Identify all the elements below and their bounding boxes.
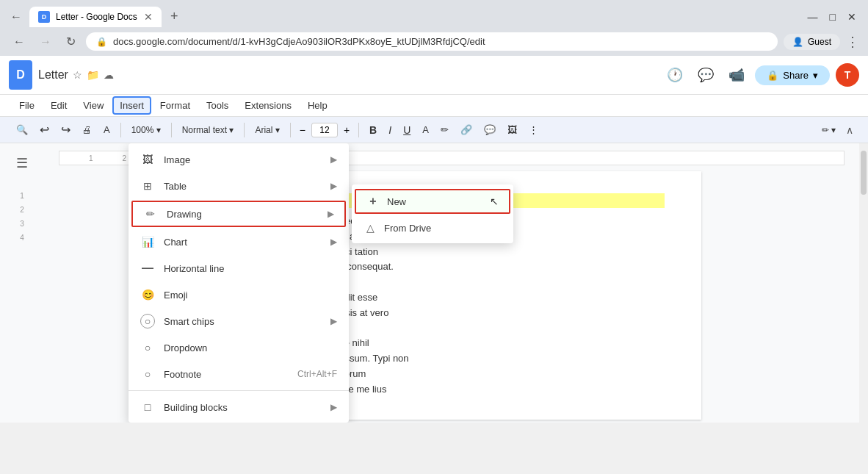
- minimize-button[interactable]: —: [808, 11, 818, 23]
- drawing-submenu: + New ↖ △ From Drive: [352, 184, 513, 243]
- normal-text-button[interactable]: Normal text ▾: [178, 122, 239, 138]
- share-lock-icon: 🔒: [767, 70, 778, 81]
- back-nav-button[interactable]: ←: [9, 32, 29, 51]
- star-icon[interactable]: ☆: [73, 69, 82, 81]
- menu-item-footnote[interactable]: ○ Footnote Ctrl+Alt+F: [129, 361, 349, 387]
- maximize-button[interactable]: □: [830, 11, 836, 23]
- cloud-icon[interactable]: ☁: [104, 69, 114, 81]
- smart-chips-icon: ○: [140, 314, 155, 328]
- profile-label: Guest: [808, 37, 831, 47]
- font-size-input[interactable]: [311, 123, 338, 137]
- image-icon: 🖼: [140, 152, 155, 167]
- font-size-increase[interactable]: +: [341, 121, 352, 139]
- menu-item-edit[interactable]: Edit: [43, 96, 74, 115]
- menu-item-view[interactable]: View: [76, 96, 111, 115]
- menu-item-tools[interactable]: Tools: [199, 96, 236, 115]
- table-arrow-icon: ▶: [330, 181, 337, 191]
- menu-item-insert[interactable]: Insert: [112, 96, 151, 115]
- collapse-toolbar-button[interactable]: ∧: [843, 121, 856, 139]
- menu-item-horizontal-line[interactable]: — Horizontal line: [129, 255, 349, 281]
- edit-mode-button[interactable]: ✏ ▾: [817, 122, 840, 138]
- profile-button[interactable]: 👤 Guest: [784, 34, 840, 50]
- tab-favicon: D: [38, 11, 50, 23]
- underline-button[interactable]: U: [399, 121, 415, 139]
- italic-button[interactable]: I: [384, 121, 396, 139]
- print-button[interactable]: 🖨: [78, 121, 96, 138]
- scrollbar[interactable]: [859, 143, 868, 423]
- menu-item-dropdown[interactable]: ○ Dropdown: [129, 334, 349, 361]
- new-tab-button[interactable]: +: [164, 6, 184, 27]
- back-button[interactable]: ←: [6, 7, 26, 26]
- history-button[interactable]: 🕐: [662, 62, 687, 87]
- menu-item-image[interactable]: 🖼 Image ▶: [129, 146, 349, 173]
- menu-item-emoji[interactable]: 😊 Emoji: [129, 281, 349, 308]
- menu-item-extensions[interactable]: Extensions: [237, 96, 299, 115]
- bold-button[interactable]: B: [365, 121, 381, 139]
- redo-button[interactable]: ↪: [57, 120, 75, 140]
- toolbar-separator-2: [171, 123, 172, 137]
- active-tab[interactable]: D Letter - Google Docs ✕: [29, 7, 162, 27]
- chart-label: Chart: [164, 237, 330, 248]
- forward-nav-button[interactable]: →: [35, 32, 56, 51]
- doc-sidebar: ☰ 1 2 3 4: [0, 143, 44, 423]
- text-color-button[interactable]: A: [418, 121, 433, 138]
- drawing-arrow-icon: ▶: [328, 209, 334, 219]
- scrollbar-thumb[interactable]: [861, 151, 867, 195]
- search-tool-button[interactable]: 🔍: [12, 121, 32, 138]
- font-size-decrease[interactable]: −: [297, 121, 308, 139]
- zoom-button[interactable]: 100% ▾: [127, 122, 165, 138]
- outline-icon[interactable]: ☰: [16, 155, 28, 171]
- lock-icon: 🔒: [96, 37, 107, 47]
- docs-actions: 🕐 💬 📹 🔒 Share ▾ T: [662, 62, 859, 87]
- menu-divider-1: [129, 390, 349, 391]
- tab-close-icon[interactable]: ✕: [144, 11, 153, 23]
- building-blocks-icon: □: [140, 400, 155, 414]
- docs-header: D Letter ☆ 📁 ☁ 🕐 💬 📹 🔒 Share ▾ T: [0, 56, 868, 95]
- docs-title-area: Letter ☆ 📁 ☁: [38, 68, 657, 82]
- spellcheck-button[interactable]: A: [99, 121, 115, 138]
- toolbar-separator-5: [358, 123, 359, 137]
- menu-item-table[interactable]: ⊞ Table ▶: [129, 173, 349, 199]
- menu-item-format[interactable]: Format: [153, 96, 198, 115]
- share-chevron-icon: ▾: [813, 70, 818, 81]
- dropdown-label: Dropdown: [164, 342, 337, 353]
- table-label: Table: [164, 181, 330, 192]
- video-button[interactable]: 📹: [724, 62, 749, 87]
- submenu-item-new[interactable]: + New ↖: [355, 189, 510, 214]
- menu-bar: File Edit View Insert Format Tools Exten…: [0, 95, 868, 117]
- insert-dropdown-container: 🖼 Image ▶ ⊞ Table ▶ ✏ Drawing ▶ 📊 Chart …: [129, 143, 513, 423]
- highlight-button[interactable]: ✏: [436, 121, 453, 138]
- menu-item-smart-chips[interactable]: ○ Smart chips ▶: [129, 308, 349, 334]
- link-button[interactable]: 🔗: [456, 121, 477, 138]
- submenu-item-from-drive[interactable]: △ From Drive: [352, 215, 513, 240]
- menu-item-file[interactable]: File: [12, 96, 42, 115]
- image-inline-button[interactable]: 🖼: [503, 121, 521, 138]
- menu-item-help[interactable]: Help: [300, 96, 335, 115]
- docs-logo: D: [9, 60, 32, 90]
- comments-button[interactable]: 💬: [693, 62, 718, 87]
- more-options-button[interactable]: ⋮: [846, 34, 859, 50]
- comment-inline-button[interactable]: 💬: [480, 121, 500, 138]
- chart-icon: 📊: [140, 234, 155, 249]
- address-bar: ← → ↻ 🔒 docs.google.com/document/d/1-kvH…: [0, 27, 868, 56]
- share-label: Share: [783, 70, 809, 81]
- refresh-button[interactable]: ↻: [62, 32, 80, 51]
- menu-item-building-blocks[interactable]: □ Building blocks ▶: [129, 394, 349, 420]
- document-title[interactable]: Letter: [38, 68, 68, 82]
- share-button[interactable]: 🔒 Share ▾: [755, 65, 830, 85]
- doc-area: ☰ 1 2 3 4 1 2 3 4 5 6 7 ctetuer adipisci…: [0, 143, 868, 423]
- menu-item-drawing[interactable]: ✏ Drawing ▶: [131, 201, 346, 227]
- undo-button[interactable]: ↩: [35, 120, 54, 140]
- avatar[interactable]: T: [836, 63, 859, 87]
- font-button[interactable]: Arial ▾: [250, 122, 283, 138]
- url-display[interactable]: docs.google.com/document/d/1-kvH3gCdjeAo…: [113, 36, 485, 47]
- more-toolbar-button[interactable]: ⋮: [524, 121, 543, 138]
- drive-icon: △: [364, 221, 377, 234]
- emoji-label: Emoji: [164, 290, 337, 301]
- from-drive-label: From Drive: [384, 223, 502, 234]
- building-blocks-arrow-icon: ▶: [330, 402, 337, 412]
- close-window-button[interactable]: ✕: [847, 11, 856, 23]
- emoji-icon: 😊: [140, 287, 155, 302]
- folder-icon[interactable]: 📁: [87, 69, 99, 81]
- menu-item-chart[interactable]: 📊 Chart ▶: [129, 229, 349, 255]
